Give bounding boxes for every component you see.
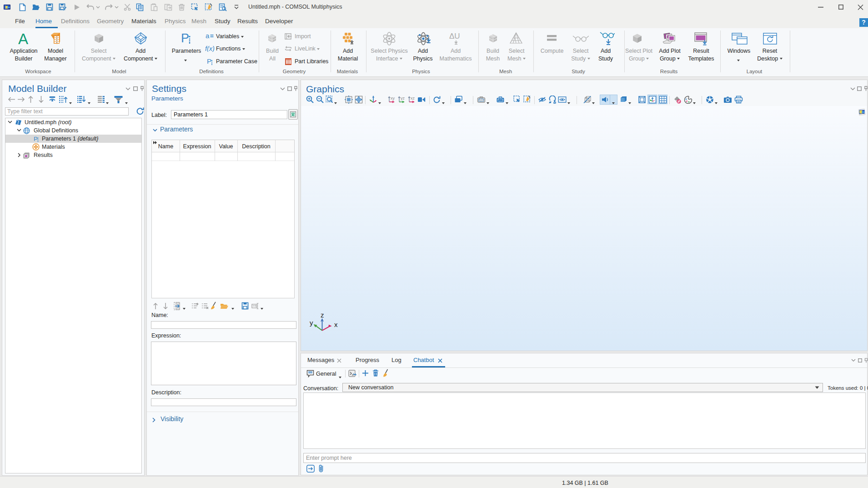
svg-text:xy: xy [391,96,395,101]
svg-text:y: y [310,319,313,327]
svg-text:ΔU: ΔU [449,32,460,40]
svg-text:z: z [321,311,324,319]
svg-text:yz: yz [401,96,405,101]
svg-text:a: a [206,33,210,39]
svg-text:P: P [207,58,211,65]
svg-text:P: P [181,33,189,45]
svg-text:f(x): f(x) [205,45,215,52]
svg-text:xz: xz [411,96,415,101]
svg-text:x: x [334,321,338,328]
svg-text:P: P [34,136,38,142]
